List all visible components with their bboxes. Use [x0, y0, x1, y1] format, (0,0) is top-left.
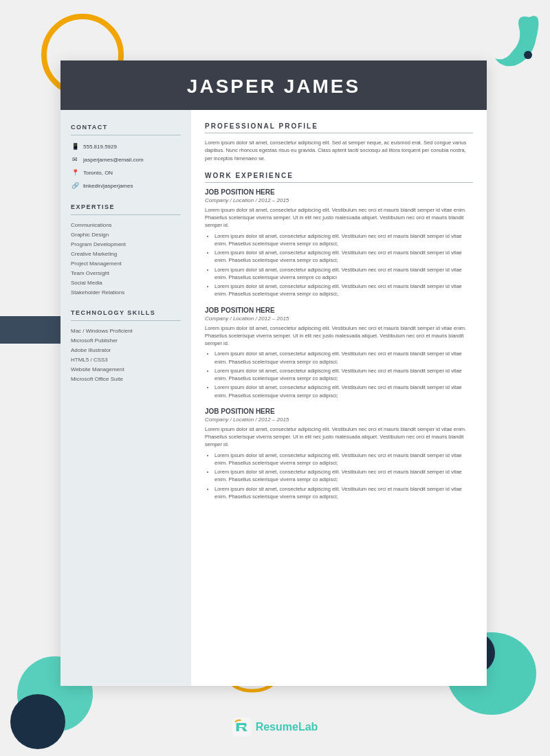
skill-item: Stakeholder Relations	[71, 289, 181, 296]
linkedin-text: linkedin/jasperjames	[83, 183, 133, 189]
contact-section-title: CONTACT	[71, 124, 181, 131]
bullet-item: Lorem ipsum dolor sit amet, consectetur …	[214, 452, 473, 467]
job-title-2: JOB POSITION HERE	[205, 307, 473, 314]
profile-text: Lorem ipsum dolor sit amet, consectetur …	[205, 139, 473, 162]
job-desc-1: Lorem ipsum dolor sit amet, consectetur …	[205, 206, 473, 230]
location-icon: 📍	[71, 168, 79, 177]
resumelab-logo-icon	[232, 718, 252, 737]
tech-skill-item: HTML5 / CSS3	[71, 357, 181, 363]
job-desc-2: Lorem ipsum dolor sit amet, consectetur …	[205, 324, 473, 348]
bullet-item: Lorem ipsum dolor sit amet, consectetur …	[214, 266, 473, 282]
profile-section-title: PROFESSIONAL PROFILE	[205, 122, 473, 130]
expertise-divider	[71, 214, 181, 215]
bullet-item: Lorem ipsum dolor sit amet, consectetur …	[214, 485, 473, 501]
resume-header: JASPER JAMES	[60, 60, 487, 110]
skill-item: Communications	[71, 222, 181, 228]
contact-section: CONTACT 📱 555.819.5929 ✉ jasperjames@ema…	[71, 124, 181, 190]
work-section-title: WORK EXPERIENCE	[205, 172, 473, 179]
bullet-item: Lorem ipsum dolor sit amet, consectetur …	[214, 232, 473, 248]
phone-text: 555.819.5929	[83, 144, 117, 150]
tech-skill-item: Website Management	[71, 366, 181, 373]
bullet-item: Lorem ipsum dolor sit amet, consectetur …	[214, 350, 473, 366]
tech-skill-item: Microsoft Office Suite	[71, 376, 181, 382]
branding-lab: Lab	[298, 721, 318, 733]
job-subtitle-3: Company / Location / 2012 – 2015	[205, 416, 473, 423]
email-text: jasperjames@email.com	[83, 157, 144, 163]
location-text: Toronto, ON	[83, 170, 113, 176]
job-subtitle-2: Company / Location / 2012 – 2015	[205, 315, 473, 322]
resume-sidebar: CONTACT 📱 555.819.5929 ✉ jasperjames@ema…	[60, 110, 191, 686]
job-bullets-2: Lorem ipsum dolor sit amet, consectetur …	[205, 350, 473, 399]
skill-item: Social Media	[71, 280, 181, 286]
skill-item: Creative Marketing	[71, 251, 181, 257]
job-block-2: JOB POSITION HERE Company / Location / 2…	[205, 307, 473, 399]
technology-section-title: TECHNOLOGY SKILLS	[71, 309, 181, 316]
job-subtitle-1: Company / Location / 2012 – 2015	[205, 197, 473, 203]
bullet-item: Lorem ipsum dolor sit amet, consectetur …	[214, 282, 473, 298]
email-icon: ✉	[71, 155, 79, 164]
tech-skill-item: Mac / Windows Proficient	[71, 328, 181, 334]
skill-item: Program Development	[71, 241, 181, 247]
bullet-item: Lorem ipsum dolor sit amet, consectetur …	[214, 249, 473, 265]
contact-divider	[71, 135, 181, 135]
work-divider	[205, 182, 473, 183]
navy-circle-bottom-left	[7, 691, 69, 753]
branding-resume: Resume	[256, 721, 298, 733]
resume-main: PROFESSIONAL PROFILE Lorem ipsum dolor s…	[191, 110, 487, 686]
job-title-3: JOB POSITION HERE	[205, 408, 473, 415]
linkedin-icon: 🔗	[71, 181, 79, 190]
bullet-item: Lorem ipsum dolor sit amet, consectetur …	[214, 367, 473, 383]
tech-skill-item: Adobe Illustrator	[71, 347, 181, 353]
skill-item: Graphic Design	[71, 232, 181, 238]
skill-item: Team Oversight	[71, 270, 181, 276]
job-block-1: JOB POSITION HERE Company / Location / 2…	[205, 188, 473, 298]
job-bullets-3: Lorem ipsum dolor sit amet, consectetur …	[205, 452, 473, 501]
contact-location: 📍 Toronto, ON	[71, 168, 181, 177]
contact-phone: 📱 555.819.5929	[71, 142, 181, 151]
profile-divider	[205, 133, 473, 133]
resume-body: CONTACT 📱 555.819.5929 ✉ jasperjames@ema…	[60, 110, 487, 686]
contact-linkedin: 🔗 linkedin/jasperjames	[71, 181, 181, 190]
technology-section: TECHNOLOGY SKILLS Mac / Windows Proficie…	[71, 309, 181, 382]
svg-point-0	[524, 51, 532, 59]
bullet-item: Lorem ipsum dolor sit amet, consectetur …	[214, 468, 473, 484]
technology-divider	[71, 320, 181, 321]
job-desc-3: Lorem ipsum dolor sit amet, consectetur …	[205, 425, 473, 449]
job-title-1: JOB POSITION HERE	[205, 188, 473, 196]
resume-container: JASPER JAMES CONTACT 📱 555.819.5929 ✉ ja…	[60, 60, 487, 686]
branding-footer: ResumeLab	[232, 718, 318, 737]
skill-item: Project Management	[71, 260, 181, 267]
branding-text: ResumeLab	[256, 721, 318, 733]
contact-email: ✉ jasperjames@email.com	[71, 155, 181, 164]
tech-skill-item: Microsoft Publisher	[71, 337, 181, 344]
bullet-item: Lorem ipsum dolor sit amet, consectetur …	[214, 383, 473, 399]
resume-name: JASPER JAMES	[74, 76, 473, 98]
work-experience-section: WORK EXPERIENCE JOB POSITION HERE Compan…	[205, 172, 473, 500]
svg-point-3	[10, 694, 65, 749]
expertise-section: EXPERTISE Communications Graphic Design …	[71, 203, 181, 296]
phone-icon: 📱	[71, 142, 79, 151]
job-bullets-1: Lorem ipsum dolor sit amet, consectetur …	[205, 232, 473, 298]
profile-section: PROFESSIONAL PROFILE Lorem ipsum dolor s…	[205, 122, 473, 162]
expertise-section-title: EXPERTISE	[71, 203, 181, 210]
job-block-3: JOB POSITION HERE Company / Location / 2…	[205, 408, 473, 500]
